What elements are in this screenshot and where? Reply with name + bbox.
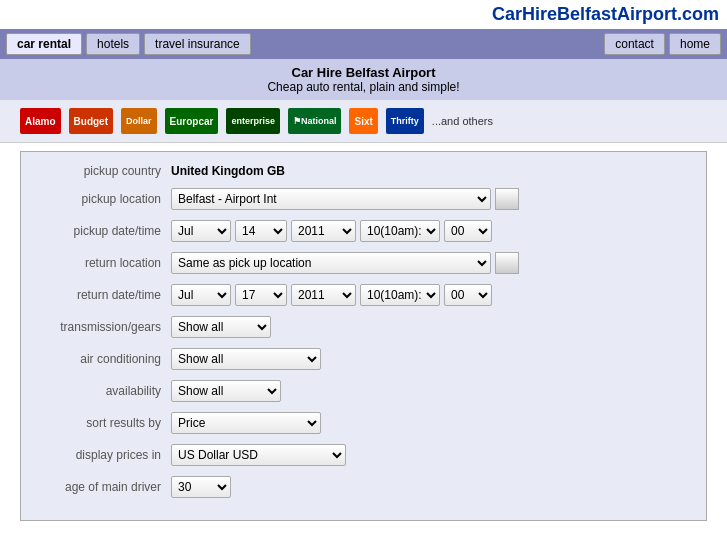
pickup-location-label: pickup location (31, 192, 171, 206)
age-controls: 30 (171, 476, 696, 498)
return-date-controls: Jul 17 2011 10(10am): 00 (171, 284, 696, 306)
nav-home[interactable]: home (669, 33, 721, 55)
ac-row: air conditioning Show all (31, 348, 696, 370)
brand-budget[interactable]: Budget (69, 108, 113, 134)
sort-row: sort results by Price (31, 412, 696, 434)
pickup-month-select[interactable]: Jul (171, 220, 231, 242)
transmission-controls: Show all (171, 316, 696, 338)
brands-bar: Alamo Budget Dollar Europcar enterprise … (0, 100, 727, 143)
page-title: Car Hire Belfast Airport (0, 65, 727, 80)
pickup-day-select[interactable]: 14 (235, 220, 287, 242)
nav-travel-insurance[interactable]: travel insurance (144, 33, 251, 55)
transmission-row: transmission/gears Show all (31, 316, 696, 338)
return-month-select[interactable]: Jul (171, 284, 231, 306)
main-nav: car rental hotels travel insurance conta… (0, 29, 727, 59)
nav-car-rental[interactable]: car rental (6, 33, 82, 55)
pickup-min-select[interactable]: 00 (444, 220, 492, 242)
search-form: pickup country United Kingdom GB pickup … (20, 151, 707, 521)
sort-label: sort results by (31, 416, 171, 430)
pickup-hour-select[interactable]: 10(10am): (360, 220, 440, 242)
brand-enterprise[interactable]: enterprise (226, 108, 280, 134)
availability-controls: Show all (171, 380, 696, 402)
return-location-select[interactable]: Same as pick up location (171, 252, 491, 274)
availability-select[interactable]: Show all (171, 380, 281, 402)
return-hour-select[interactable]: 10(10am): (360, 284, 440, 306)
pickup-location-select[interactable]: Belfast - Airport Int (171, 188, 491, 210)
age-select[interactable]: 30 (171, 476, 231, 498)
return-min-select[interactable]: 00 (444, 284, 492, 306)
return-year-select[interactable]: 2011 (291, 284, 356, 306)
transmission-label: transmission/gears (31, 320, 171, 334)
ac-select[interactable]: Show all (171, 348, 321, 370)
pickup-date-row: pickup date/time Jul 14 2011 10(10am): 0… (31, 220, 696, 242)
currency-controls: US Dollar USD (171, 444, 696, 466)
sort-select[interactable]: Price (171, 412, 321, 434)
availability-label: availability (31, 384, 171, 398)
pickup-year-select[interactable]: 2011 (291, 220, 356, 242)
return-location-controls: Same as pick up location (171, 252, 696, 274)
return-location-row: return location Same as pick up location (31, 252, 696, 274)
return-location-map-btn[interactable] (495, 252, 519, 274)
currency-label: display prices in (31, 448, 171, 462)
page-subtitle: Cheap auto rental, plain and simple! (0, 80, 727, 94)
pickup-country-row: pickup country United Kingdom GB (31, 164, 696, 178)
brand-alamo[interactable]: Alamo (20, 108, 61, 134)
nav-left: car rental hotels travel insurance (6, 33, 251, 55)
brand-national[interactable]: ⚑National (288, 108, 342, 134)
brand-dollar[interactable]: Dollar (121, 108, 157, 134)
pickup-country-controls: United Kingdom GB (171, 164, 696, 178)
pickup-location-row: pickup location Belfast - Airport Int (31, 188, 696, 210)
return-location-label: return location (31, 256, 171, 270)
sort-controls: Price (171, 412, 696, 434)
return-date-row: return date/time Jul 17 2011 10(10am): 0… (31, 284, 696, 306)
brand-others: ...and others (432, 115, 493, 127)
age-label: age of main driver (31, 480, 171, 494)
page-header: Car Hire Belfast Airport Cheap auto rent… (0, 59, 727, 100)
brand-sixt[interactable]: Sixt (349, 108, 377, 134)
nav-contact[interactable]: contact (604, 33, 665, 55)
pickup-location-map-btn[interactable] (495, 188, 519, 210)
ac-controls: Show all (171, 348, 696, 370)
nav-hotels[interactable]: hotels (86, 33, 140, 55)
return-date-label: return date/time (31, 288, 171, 302)
pickup-country-label: pickup country (31, 164, 171, 178)
currency-row: display prices in US Dollar USD (31, 444, 696, 466)
availability-row: availability Show all (31, 380, 696, 402)
pickup-country-value: United Kingdom GB (171, 164, 285, 178)
transmission-select[interactable]: Show all (171, 316, 271, 338)
currency-select[interactable]: US Dollar USD (171, 444, 346, 466)
pickup-date-controls: Jul 14 2011 10(10am): 00 (171, 220, 696, 242)
pickup-location-controls: Belfast - Airport Int (171, 188, 696, 210)
return-day-select[interactable]: 17 (235, 284, 287, 306)
nav-right: contact home (604, 33, 721, 55)
brand-thrifty[interactable]: Thrifty (386, 108, 424, 134)
site-title: CarHireBelfastAirport.com (0, 0, 727, 29)
brand-europcar[interactable]: Europcar (165, 108, 219, 134)
age-row: age of main driver 30 (31, 476, 696, 498)
ac-label: air conditioning (31, 352, 171, 366)
pickup-date-label: pickup date/time (31, 224, 171, 238)
